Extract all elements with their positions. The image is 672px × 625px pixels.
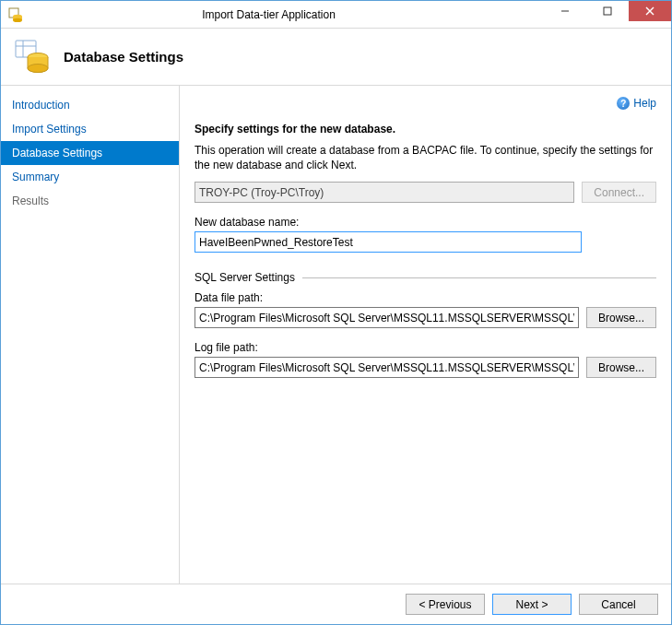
window-title: Import Data-tier Application (0, 8, 544, 21)
browse-data-button[interactable]: Browse... (586, 307, 656, 328)
db-name-label: New database name: (195, 216, 656, 229)
help-icon: ? (617, 97, 630, 110)
sidebar-item-summary[interactable]: Summary (1, 165, 179, 189)
help-label: Help (633, 97, 656, 110)
connect-button: Connect... (582, 182, 656, 203)
data-path-input[interactable] (195, 307, 579, 328)
data-path-label: Data file path: (195, 291, 656, 304)
database-icon (14, 39, 51, 76)
section-description: This operation will create a database fr… (195, 143, 656, 172)
group-label: SQL Server Settings (195, 271, 295, 284)
sql-settings-group: SQL Server Settings (195, 271, 656, 284)
main-panel: ? Help Specify settings for the new data… (180, 86, 671, 584)
previous-button[interactable]: < Previous (406, 594, 485, 615)
window-controls (544, 1, 671, 28)
wizard-footer: < Previous Next > Cancel (1, 584, 671, 624)
content-area: Introduction Import Settings Database Se… (1, 86, 671, 584)
maximize-button[interactable] (586, 1, 629, 21)
sidebar-item-results: Results (1, 189, 179, 213)
next-button[interactable]: Next > (492, 594, 572, 615)
sidebar-item-introduction[interactable]: Introduction (1, 93, 179, 117)
help-link[interactable]: ? Help (617, 97, 656, 110)
titlebar: Import Data-tier Application (1, 1, 671, 29)
minimize-button[interactable] (544, 1, 586, 21)
page-title: Database Settings (64, 49, 183, 65)
cancel-button[interactable]: Cancel (579, 594, 658, 615)
group-divider (302, 277, 656, 278)
sidebar-item-database-settings[interactable]: Database Settings (1, 141, 179, 165)
browse-log-button[interactable]: Browse... (586, 357, 656, 378)
page-header: Database Settings (1, 29, 671, 86)
svg-rect-5 (604, 7, 611, 15)
db-name-input[interactable] (195, 231, 582, 253)
wizard-sidebar: Introduction Import Settings Database Se… (1, 86, 180, 584)
log-path-input[interactable] (195, 357, 579, 378)
close-button[interactable] (629, 1, 671, 21)
server-field (195, 182, 574, 203)
section-heading: Specify settings for the new database. (195, 123, 656, 136)
log-path-label: Log file path: (195, 341, 656, 354)
svg-point-12 (28, 64, 48, 72)
sidebar-item-import-settings[interactable]: Import Settings (1, 117, 179, 141)
